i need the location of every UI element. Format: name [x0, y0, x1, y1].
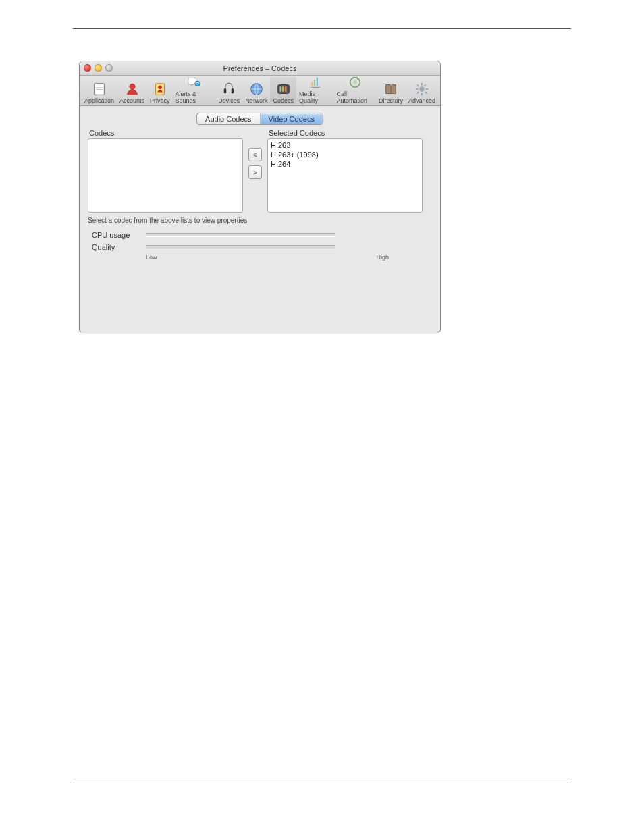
- svg-rect-0: [95, 84, 105, 95]
- toolbar-item-application[interactable]: Application: [82, 77, 117, 104]
- quality-label: Quality: [88, 243, 146, 251]
- svg-rect-30: [417, 91, 419, 94]
- toolbar-label: Devices: [218, 97, 240, 104]
- svg-point-8: [195, 81, 200, 86]
- toolbar-label: Accounts: [119, 97, 144, 104]
- properties-hint: Select a codec from the above lists to v…: [88, 217, 432, 224]
- cpu-usage-label: CPU usage: [88, 231, 146, 239]
- window-titlebar: Preferences – Codecs: [80, 61, 440, 76]
- move-right-button[interactable]: >: [248, 165, 262, 179]
- svg-rect-18: [317, 78, 318, 86]
- toolbar-item-accounts[interactable]: Accounts: [117, 77, 147, 104]
- svg-point-6: [158, 86, 162, 90]
- chevron-left-icon: <: [253, 151, 257, 159]
- preferences-toolbar: Application Accounts Privacy Alerts & So…: [80, 76, 440, 106]
- zoom-icon[interactable]: [105, 64, 113, 72]
- available-codecs-label: Codecs: [88, 129, 243, 137]
- privacy-icon: [153, 82, 167, 97]
- preferences-window: Preferences – Codecs Application Account…: [79, 61, 441, 332]
- toolbar-label: Advanced: [408, 97, 435, 104]
- close-icon[interactable]: [84, 64, 91, 72]
- tab-audio-codecs[interactable]: Audio Codecs: [197, 113, 261, 124]
- svg-rect-9: [224, 88, 227, 93]
- svg-rect-14: [282, 86, 284, 91]
- svg-point-20: [353, 80, 357, 84]
- tab-video-codecs[interactable]: Video Codecs: [261, 113, 323, 124]
- list-item[interactable]: H.263: [271, 140, 419, 150]
- svg-rect-28: [425, 91, 427, 94]
- svg-rect-24: [421, 93, 423, 96]
- accounts-icon: [125, 82, 140, 97]
- selected-codecs-label: Selected Codecs: [267, 129, 423, 137]
- toolbar-label: Directory: [379, 97, 403, 104]
- toolbar-label: Alerts & Sounds: [176, 90, 213, 104]
- svg-rect-10: [232, 88, 234, 93]
- directory-icon: [383, 82, 398, 97]
- available-codecs-list[interactable]: [88, 138, 243, 213]
- minimize-icon[interactable]: [95, 64, 102, 72]
- media-quality-icon: [308, 75, 323, 90]
- toolbar-label: Network: [245, 97, 267, 104]
- list-item[interactable]: H.263+ (1998): [271, 150, 419, 159]
- gear-icon: [414, 82, 429, 97]
- svg-rect-26: [425, 88, 428, 90]
- toolbar-item-advanced[interactable]: Advanced: [406, 77, 438, 104]
- toolbar-item-privacy[interactable]: Privacy: [147, 77, 173, 104]
- toolbar-item-alerts[interactable]: Alerts & Sounds: [173, 77, 216, 104]
- svg-rect-25: [416, 88, 419, 90]
- toolbar-item-call-automation[interactable]: Call Automation: [333, 77, 375, 104]
- scale-high: High: [376, 254, 389, 261]
- toolbar-item-network[interactable]: Network: [242, 77, 270, 104]
- selected-codecs-list[interactable]: H.263 H.263+ (1998) H.264: [267, 138, 423, 213]
- svg-rect-13: [279, 86, 281, 91]
- svg-point-4: [129, 84, 134, 89]
- call-automation-icon: [348, 75, 363, 90]
- application-icon: [92, 82, 107, 97]
- window-title: Preferences – Codecs: [223, 64, 297, 72]
- scale-low: Low: [146, 254, 157, 261]
- toolbar-item-directory[interactable]: Directory: [376, 77, 406, 104]
- svg-point-22: [419, 86, 424, 91]
- chevron-right-icon: >: [253, 169, 257, 176]
- toolbar-item-media-quality[interactable]: Media Quality: [296, 77, 334, 104]
- svg-rect-16: [311, 82, 313, 86]
- network-icon: [249, 82, 264, 97]
- move-left-button[interactable]: <: [248, 148, 262, 161]
- toolbar-item-codecs[interactable]: Codecs: [270, 77, 296, 104]
- devices-icon: [221, 82, 236, 97]
- codecs-icon: [276, 82, 291, 97]
- cpu-usage-slider[interactable]: [146, 233, 335, 237]
- alerts-icon: [186, 75, 201, 90]
- toolbar-label: Call Automation: [336, 90, 373, 104]
- toolbar-label: Media Quality: [299, 90, 331, 104]
- svg-rect-23: [421, 83, 423, 86]
- toolbar-label: Application: [84, 97, 114, 104]
- toolbar-label: Privacy: [150, 97, 170, 104]
- svg-rect-27: [417, 84, 419, 87]
- svg-rect-15: [284, 86, 286, 91]
- codec-type-tabs: Audio Codecs Video Codecs: [196, 113, 323, 125]
- quality-slider[interactable]: [146, 245, 335, 249]
- list-item[interactable]: H.264: [271, 159, 419, 169]
- svg-rect-17: [314, 80, 315, 86]
- toolbar-item-devices[interactable]: Devices: [215, 77, 242, 104]
- toolbar-label: Codecs: [273, 97, 294, 104]
- svg-rect-29: [423, 84, 426, 87]
